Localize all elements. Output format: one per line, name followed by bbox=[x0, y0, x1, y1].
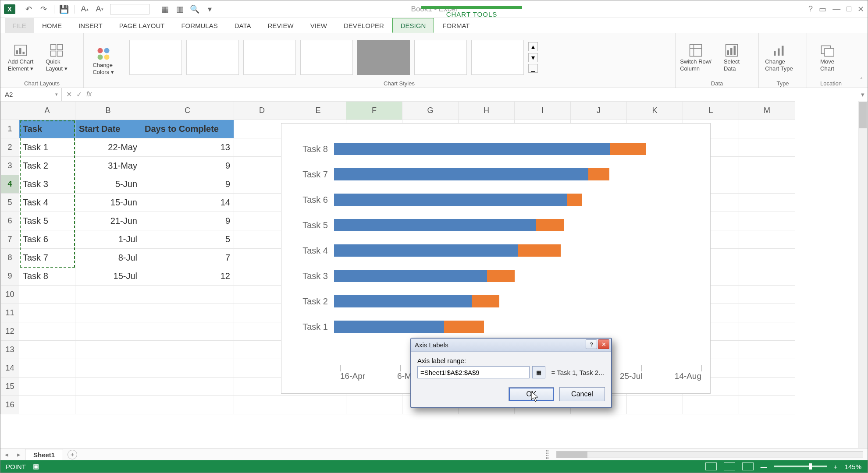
cell[interactable]: 15-Jun bbox=[75, 194, 141, 212]
bar-segment-duration[interactable] bbox=[567, 194, 582, 206]
bar-segment-duration[interactable] bbox=[487, 270, 515, 282]
tab-formulas[interactable]: FORMULAS bbox=[173, 18, 226, 33]
cell[interactable] bbox=[739, 212, 795, 230]
save-button[interactable]: 💾 bbox=[57, 3, 71, 15]
cell[interactable] bbox=[75, 322, 141, 341]
worksheet-grid[interactable]: ABCDEFGHIJKLM1TaskStart DateDays to Comp… bbox=[0, 101, 868, 448]
cancel-edit-icon[interactable]: ✕ bbox=[66, 90, 72, 99]
cell[interactable] bbox=[346, 396, 402, 414]
cell[interactable]: 8-Jul bbox=[75, 249, 141, 267]
maximize-icon[interactable]: □ bbox=[847, 4, 851, 14]
undo-button[interactable]: ↶ bbox=[21, 3, 36, 15]
cell[interactable] bbox=[739, 286, 795, 304]
cell[interactable] bbox=[141, 378, 234, 396]
column-header[interactable]: L bbox=[683, 102, 739, 120]
cell[interactable]: 13 bbox=[141, 138, 234, 157]
cell[interactable] bbox=[739, 230, 795, 249]
move-chart-button[interactable]: Move Chart bbox=[811, 42, 844, 72]
bar-segment-duration[interactable] bbox=[444, 321, 484, 333]
column-header[interactable]: B bbox=[75, 102, 141, 120]
row-header[interactable]: 1 bbox=[1, 120, 19, 138]
cell[interactable]: 9 bbox=[141, 175, 234, 194]
cell[interactable] bbox=[75, 359, 141, 378]
change-chart-type-button[interactable]: Change Chart Type bbox=[762, 42, 796, 72]
bar-segment-duration[interactable] bbox=[588, 168, 610, 180]
row-header[interactable]: 9 bbox=[1, 267, 19, 286]
zoom-in-button[interactable]: + bbox=[834, 463, 838, 470]
cell[interactable]: Days to Complete bbox=[141, 120, 234, 138]
cell[interactable]: 14 bbox=[141, 194, 234, 212]
cell[interactable]: 22-May bbox=[75, 138, 141, 157]
cell[interactable]: 1-Jul bbox=[75, 230, 141, 249]
zoom-button[interactable]: 🔍 bbox=[188, 3, 202, 15]
cell[interactable] bbox=[739, 120, 795, 138]
minimize-icon[interactable]: — bbox=[832, 4, 840, 14]
cell[interactable]: 15-Jul bbox=[75, 267, 141, 286]
row-header[interactable]: 15 bbox=[1, 378, 19, 396]
cell[interactable] bbox=[141, 304, 234, 322]
cell[interactable] bbox=[739, 175, 795, 194]
bar-segment-start[interactable] bbox=[334, 168, 588, 180]
cell[interactable] bbox=[739, 249, 795, 267]
cell[interactable] bbox=[739, 194, 795, 212]
collapse-dialog-button[interactable]: ▦ bbox=[532, 366, 545, 378]
font-decrease-button[interactable]: A▾ bbox=[92, 3, 107, 15]
splitter-handle[interactable] bbox=[546, 450, 548, 459]
cell[interactable] bbox=[627, 396, 683, 414]
row-header[interactable]: 10 bbox=[1, 286, 19, 304]
cell[interactable] bbox=[739, 304, 795, 322]
bar-segment-start[interactable] bbox=[334, 219, 536, 231]
row-header[interactable]: 3 bbox=[1, 157, 19, 175]
tab-home[interactable]: HOME bbox=[34, 18, 70, 33]
cell[interactable] bbox=[739, 267, 795, 286]
column-header[interactable]: C bbox=[141, 102, 234, 120]
cell[interactable]: Task 2 bbox=[19, 157, 75, 175]
ok-button[interactable]: OK bbox=[509, 387, 554, 401]
bar-segment-duration[interactable] bbox=[472, 295, 499, 307]
cell[interactable] bbox=[19, 396, 75, 414]
font-increase-button[interactable]: A▴ bbox=[78, 3, 92, 15]
qat-icon[interactable]: ▾ bbox=[203, 3, 217, 15]
cell[interactable] bbox=[739, 359, 795, 378]
chart-style-thumb[interactable] bbox=[129, 40, 182, 75]
dialog-help-button[interactable]: ? bbox=[586, 339, 597, 349]
bar-segment-start[interactable] bbox=[334, 143, 610, 155]
bar-segment-start[interactable] bbox=[334, 321, 444, 333]
cell[interactable]: 9 bbox=[141, 212, 234, 230]
row-header[interactable]: 13 bbox=[1, 341, 19, 359]
bar-segment-start[interactable] bbox=[334, 194, 567, 206]
bar-segment-start[interactable] bbox=[334, 244, 518, 257]
formula-expand-icon[interactable]: ▾ bbox=[858, 91, 868, 99]
bar-segment-duration[interactable] bbox=[610, 143, 647, 155]
cell[interactable]: 21-Jun bbox=[75, 212, 141, 230]
cell[interactable]: Task 6 bbox=[19, 230, 75, 249]
tab-review[interactable]: REVIEW bbox=[260, 18, 302, 33]
zoom-slider[interactable] bbox=[774, 466, 827, 467]
name-box[interactable]: A2 bbox=[0, 88, 62, 101]
chart-style-thumb[interactable] bbox=[357, 40, 410, 75]
macro-record-icon[interactable]: ▣ bbox=[33, 462, 39, 470]
cell[interactable] bbox=[141, 286, 234, 304]
column-header[interactable]: A bbox=[19, 102, 75, 120]
cell[interactable]: Task 4 bbox=[19, 194, 75, 212]
select-all-corner[interactable] bbox=[1, 102, 19, 120]
tab-page-layout[interactable]: PAGE LAYOUT bbox=[111, 18, 173, 33]
gallery-up-button[interactable]: ▴ bbox=[528, 42, 538, 51]
chart-styles-gallery[interactable]: ▴ ▾ ⎯ bbox=[127, 35, 672, 79]
cell[interactable] bbox=[19, 304, 75, 322]
ribbon-collapse-icon[interactable]: ˄ bbox=[855, 33, 868, 88]
column-header[interactable]: I bbox=[515, 102, 571, 120]
enter-edit-icon[interactable]: ✓ bbox=[76, 90, 82, 99]
zoom-out-button[interactable]: — bbox=[761, 463, 767, 470]
tab-format[interactable]: FORMAT bbox=[434, 18, 478, 33]
cell[interactable]: 5-Jun bbox=[75, 175, 141, 194]
tab-developer[interactable]: DEVELOPER bbox=[335, 18, 392, 33]
cell[interactable]: Start Date bbox=[75, 120, 141, 138]
cell[interactable] bbox=[19, 322, 75, 341]
horizontal-scrollbar[interactable] bbox=[556, 451, 863, 458]
dialog-close-button[interactable]: ✕ bbox=[598, 339, 609, 349]
change-colors-button[interactable]: Change Colors ▾ bbox=[87, 46, 119, 75]
cell[interactable] bbox=[290, 396, 346, 414]
cell[interactable]: Task 7 bbox=[19, 249, 75, 267]
bar-segment-start[interactable] bbox=[334, 270, 487, 282]
